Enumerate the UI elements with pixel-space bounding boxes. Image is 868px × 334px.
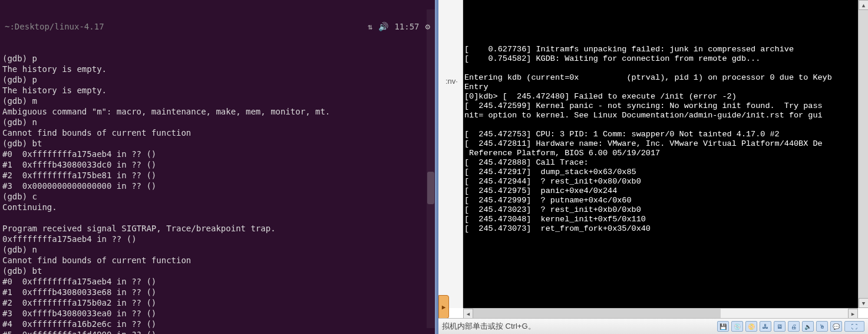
clock-text: 11:57: [394, 21, 419, 32]
vm-console-pane: :nv· ▶ [ 0.627736] Initramfs unpacking f…: [438, 0, 868, 334]
gdb-terminal[interactable]: ~:Desktop/linux-4.17 ⇅ 🔊 11:57 ⚙ (gdb) p…: [0, 0, 435, 334]
left-titlebar: ~:Desktop/linux-4.17 ⇅ 🔊 11:57 ⚙: [2, 21, 433, 32]
network-icon: ⇅: [368, 21, 372, 32]
vm-side-tab-label: :nv·: [445, 77, 458, 86]
display-icon[interactable]: 🖥: [774, 321, 786, 332]
volume-icon: 🔊: [378, 21, 388, 32]
vm-side-tab[interactable]: :nv·: [438, 0, 463, 308]
scroll-left-arrow-icon[interactable]: ◀: [463, 309, 473, 319]
sound-icon[interactable]: 🔈: [802, 321, 814, 332]
floppy-icon[interactable]: 📀: [745, 321, 757, 332]
hscroll-track[interactable]: [473, 309, 848, 318]
network-adapter-icon[interactable]: 🖧: [760, 321, 771, 332]
usb-icon[interactable]: 🖱: [816, 321, 828, 332]
printer-icon[interactable]: 🖨: [788, 321, 800, 332]
statusbar-icons: 💾 💿 📀 🖧 🖥 🖨 🔈 🖱 💬 ⛶: [717, 321, 864, 332]
message-icon[interactable]: 💬: [830, 321, 842, 332]
statusbar-hint: 拟机内部单击或按 Ctrl+G。: [442, 321, 536, 332]
disk-icon[interactable]: 💾: [717, 321, 729, 332]
fullscreen-icon[interactable]: ⛶: [844, 321, 864, 332]
cdrom-icon[interactable]: 💿: [731, 321, 743, 332]
right-vscroll-thumb[interactable]: [859, 10, 868, 298]
gdb-output: (gdb) p The history is empty. (gdb) p Th…: [2, 53, 433, 334]
vm-statusbar: 拟机内部单击或按 Ctrl+G。 💾 💿 📀 🖧 🖥 🖨 🔈 🖱 💬 ⛶: [438, 318, 868, 334]
right-vertical-scrollbar[interactable]: ▲ ▼: [858, 0, 868, 308]
left-scrollbar[interactable]: [427, 9, 435, 328]
scroll-up-arrow-icon[interactable]: ▲: [859, 0, 868, 10]
right-hscroll-thumb[interactable]: [473, 309, 721, 319]
right-horizontal-scrollbar[interactable]: ◀ ▶: [463, 308, 858, 318]
scroll-right-arrow-icon[interactable]: ▶: [848, 309, 858, 319]
titlebar-path: ~:Desktop/linux-4.17: [5, 21, 104, 32]
scroll-down-arrow-icon[interactable]: ▼: [859, 298, 868, 308]
collapse-handle[interactable]: ▶: [438, 295, 449, 319]
left-scroll-thumb[interactable]: [427, 172, 434, 204]
kernel-output: [ 0.627736] Initramfs unpacking failed: …: [464, 45, 857, 234]
kernel-console[interactable]: [ 0.627736] Initramfs unpacking failed: …: [463, 0, 858, 308]
